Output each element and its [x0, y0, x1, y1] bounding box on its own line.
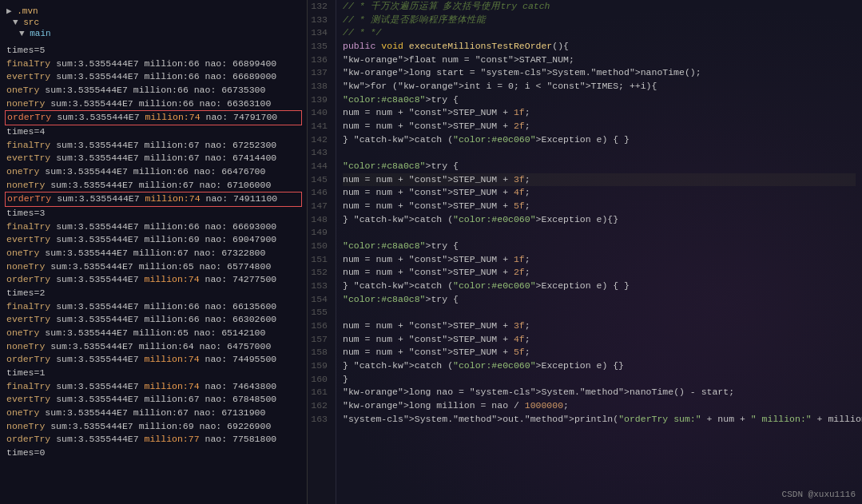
- console-line: orderTry sum:3.5355444E7 million:74 nao:…: [5, 110, 302, 125]
- console-line: finalTry sum:3.5355444E7 million:67 nao:…: [5, 139, 302, 153]
- code-line: "kw-orange">float num = "const">START_NU…: [343, 54, 856, 67]
- code-line: num = num + "const">STEP_NUM + 1f;: [343, 253, 856, 267]
- console-line: times=3: [5, 207, 302, 220]
- console-line: times=2: [5, 287, 302, 300]
- line-number: 132: [308, 0, 331, 14]
- tree-folder-main: main: [30, 29, 50, 38]
- console-line: evertTry sum:3.5355444E7 million:69 nao:…: [5, 233, 302, 247]
- code-line: num = num + "const">STEP_NUM + 3f;: [343, 173, 856, 187]
- console-line: finalTry sum:3.5355444E7 million:66 nao:…: [5, 300, 302, 314]
- line-number: 139: [308, 93, 331, 107]
- line-number: 153: [308, 280, 331, 293]
- line-number: 163: [308, 413, 331, 427]
- console-line: evertTry sum:3.5355444E7 million:66 nao:…: [5, 313, 302, 327]
- console-line: times=5: [5, 44, 302, 58]
- console-line: evertTry sum:3.5355444E7 million:67 nao:…: [5, 152, 302, 165]
- code-line: "color:#c8a0c8">try {: [343, 93, 856, 107]
- code-line: public void executeMillionsTestReOrder()…: [343, 40, 856, 54]
- code-line: "kw-orange">long million = nao / 1000000…: [343, 399, 856, 413]
- code-line: "color:#c8a0c8">try {: [343, 160, 856, 173]
- line-number: 147: [308, 200, 331, 213]
- console-line: times=1: [5, 367, 302, 380]
- console-line: noneTry sum:3.5355444E7 million:67 nao: …: [5, 179, 302, 192]
- watermark: CSDN @xuxu1116: [782, 490, 856, 499]
- code-line: "color:#c8a0c8">try {: [343, 293, 856, 307]
- code-line: // * 测试是否影响程序整体性能: [343, 14, 856, 27]
- tree-arrow-src: ▼: [13, 18, 23, 27]
- code-line: // * 千万次遍历运算 多次括号使用try catch: [343, 0, 856, 14]
- console-line: evertTry sum:3.5355444E7 million:66 nao:…: [5, 70, 302, 84]
- line-number: 162: [308, 399, 331, 413]
- code-line: [343, 226, 856, 240]
- line-number: 142: [308, 133, 331, 147]
- tree-folder-src: src: [23, 18, 39, 27]
- line-number: 154: [308, 293, 331, 307]
- line-number: 138: [308, 80, 331, 93]
- tree-arrow-icon: ▶: [6, 6, 17, 16]
- code-line: num = num + "const">STEP_NUM + 5f;: [343, 346, 856, 359]
- line-number: 135: [308, 40, 331, 54]
- line-number: 155: [308, 306, 331, 319]
- code-line: num = num + "const">STEP_NUM + 5f;: [343, 200, 856, 213]
- line-number: 156: [308, 319, 331, 333]
- code-panel: 1321331341351361371381391401411421431441…: [308, 0, 862, 504]
- code-line: } "catch-kw">catch ("color:#e0c060">Exce…: [343, 359, 856, 373]
- line-number: 136: [308, 54, 331, 67]
- line-number: 146: [308, 186, 331, 200]
- console-line: orderTry sum:3.5355444E7 million:74 nao:…: [5, 273, 302, 287]
- line-number: 145: [308, 173, 331, 187]
- code-content: // * 千万次遍历运算 多次括号使用try catch// * 测试是否影响程…: [336, 0, 862, 504]
- line-number: 149: [308, 226, 331, 240]
- line-number: 158: [308, 346, 331, 359]
- code-line: num = num + "const">STEP_NUM + 2f;: [343, 266, 856, 280]
- line-number: 144: [308, 160, 331, 173]
- console-panel: ▶ .mvn ▼ src ▼ main times=5finalTry sum:…: [0, 0, 308, 504]
- code-line: [343, 146, 856, 160]
- console-output: times=5finalTry sum:3.5355444E7 million:…: [0, 42, 307, 462]
- line-number: 141: [308, 120, 331, 133]
- line-number: 143: [308, 146, 331, 160]
- console-line: noneTry sum:3.5355444E7 million:69 nao: …: [5, 420, 302, 434]
- console-line: finalTry sum:3.5355444E7 million:66 nao:…: [5, 220, 302, 234]
- line-number: 160: [308, 373, 331, 387]
- tree-folder-mvn: .mvn: [17, 6, 38, 16]
- code-line: [343, 306, 856, 319]
- code-line: "color:#c8a0c8">try {: [343, 240, 856, 253]
- line-number: 140: [308, 106, 331, 120]
- code-line: num = num + "const">STEP_NUM + 4f;: [343, 333, 856, 347]
- line-number: 152: [308, 266, 331, 280]
- console-line: oneTry sum:3.5355444E7 million:65 nao: 6…: [5, 327, 302, 340]
- line-number: 148: [308, 213, 331, 227]
- code-line: "kw-orange">long nao = "system-cls">Syst…: [343, 386, 856, 399]
- tree-item-main: ▼ main: [6, 28, 300, 39]
- code-line: "kw">for ("kw-orange">int i = 0; i < "co…: [343, 80, 856, 93]
- line-number: 159: [308, 359, 331, 373]
- console-line: oneTry sum:3.5355444E7 million:67 nao: 6…: [5, 407, 302, 420]
- code-line: "system-cls">System."method">out."method…: [343, 413, 856, 427]
- line-numbers: 1321331341351361371381391401411421431441…: [308, 0, 336, 504]
- line-number: 137: [308, 66, 331, 80]
- console-line: evertTry sum:3.5355444E7 million:67 nao:…: [5, 393, 302, 407]
- code-line: // * */: [343, 26, 856, 40]
- console-line: oneTry sum:3.5355444E7 million:67 nao: 6…: [5, 247, 302, 260]
- console-line: orderTry sum:3.5355444E7 million:77 nao:…: [5, 433, 302, 446]
- code-line: num = num + "const">STEP_NUM + 3f;: [343, 319, 856, 333]
- console-line: oneTry sum:3.5355444E7 million:66 nao: 6…: [5, 84, 302, 97]
- line-number: 133: [308, 14, 331, 27]
- console-line: finalTry sum:3.5355444E7 million:74 nao:…: [5, 380, 302, 394]
- code-line: } "catch-kw">catch ("color:#e0c060">Exce…: [343, 133, 856, 147]
- code-line: } "catch-kw">catch ("color:#e0c060">Exce…: [343, 280, 856, 293]
- code-line: num = num + "const">STEP_NUM + 1f;: [343, 106, 856, 120]
- console-line: orderTry sum:3.5355444E7 million:74 nao:…: [5, 353, 302, 367]
- code-editor: 1321331341351361371381391401411421431441…: [308, 0, 862, 504]
- line-number: 134: [308, 26, 331, 40]
- console-line: times=0: [5, 446, 302, 460]
- tree-item-src: ▼ src: [6, 17, 300, 28]
- console-line: finalTry sum:3.5355444E7 million:66 nao:…: [5, 58, 302, 71]
- code-line: "kw-orange">long start = "system-cls">Sy…: [343, 66, 856, 80]
- tree-arrow-main: ▼: [19, 29, 30, 38]
- line-number: 161: [308, 386, 331, 399]
- console-line: orderTry sum:3.5355444E7 million:74 nao:…: [5, 192, 302, 207]
- code-line: }: [343, 373, 856, 387]
- console-line: times=4: [5, 125, 302, 139]
